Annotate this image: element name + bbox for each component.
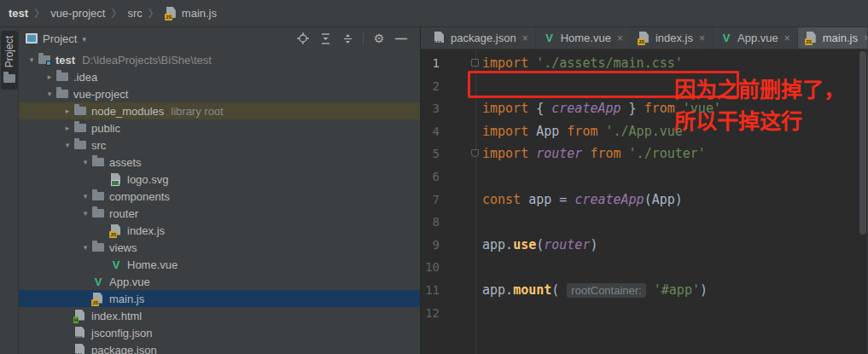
line-number[interactable]: 4 xyxy=(421,120,440,143)
tree-row-vue-project[interactable]: ▾vue-project xyxy=(19,85,420,102)
line-number[interactable]: 2 xyxy=(421,75,440,98)
code-line-8[interactable]: 8 xyxy=(421,211,867,234)
tree-label: App.vue xyxy=(109,276,150,288)
code-token: from xyxy=(590,146,620,161)
tree-row-logo.svg[interactable]: logo.svg xyxy=(19,171,420,188)
code-line-9[interactable]: 9app.use(router) xyxy=(421,234,867,257)
breadcrumb-item-main.js[interactable]: JSmain.js xyxy=(165,7,217,20)
tab-App.vue[interactable]: VApp.vue× xyxy=(713,27,798,49)
code-line-7[interactable]: 7const app = createApp(App) xyxy=(421,189,867,212)
tree-row-test[interactable]: ▾testD:\IdeaProjects\BiShe\test xyxy=(19,51,420,68)
close-icon[interactable]: × xyxy=(864,32,867,44)
tree-row-index.js[interactable]: JSindex.js xyxy=(19,222,420,239)
folder-icon xyxy=(73,122,87,135)
tree-row-router[interactable]: ▾router xyxy=(19,205,420,222)
settings-icon[interactable]: ⚙ xyxy=(372,32,386,45)
code-token: mount xyxy=(513,282,551,298)
tab-index.js[interactable]: JSindex.js× xyxy=(631,27,713,49)
project-stripe-button[interactable]: Project xyxy=(1,31,18,90)
expand-all-icon[interactable] xyxy=(318,32,332,45)
editor-scrollbar[interactable] xyxy=(859,51,866,235)
chevron-expanded-icon[interactable]: ▾ xyxy=(79,192,91,200)
vue-icon: V xyxy=(719,32,733,44)
code-line-2[interactable]: 2 xyxy=(421,75,867,98)
code-line-5[interactable]: 5import router from './router' xyxy=(421,142,867,165)
tree-row-public[interactable]: ▸public xyxy=(19,119,420,136)
chevron-expanded-icon[interactable]: ▾ xyxy=(44,90,55,98)
tree-row-components[interactable]: ▾components xyxy=(19,188,420,205)
collapse-all-icon[interactable] xyxy=(341,32,354,45)
line-number[interactable]: 5 xyxy=(421,142,440,165)
code-line-3[interactable]: 3import { createApp } from 'vue' xyxy=(421,97,867,120)
fold-end-icon[interactable] xyxy=(471,149,479,157)
tree-row-.idea[interactable]: ▸.idea xyxy=(19,68,420,85)
locate-icon[interactable] xyxy=(296,32,310,45)
code-token xyxy=(646,282,654,298)
tab-label: Home.vue xyxy=(561,32,611,44)
tree-row-src[interactable]: ▾src xyxy=(19,136,420,154)
js-icon: JS xyxy=(805,32,818,44)
chevron-expanded-icon[interactable]: ▾ xyxy=(61,141,73,149)
chevron-expanded-icon[interactable]: ▾ xyxy=(79,209,91,218)
tab-Home.vue[interactable]: VHome.vue× xyxy=(536,27,631,49)
code-token: router xyxy=(544,237,590,252)
breadcrumb-item-vue-project[interactable]: vue-project xyxy=(50,7,105,20)
close-icon[interactable]: × xyxy=(699,32,705,44)
tree-label: components xyxy=(109,190,170,203)
js-icon: JS xyxy=(91,293,105,305)
chevron-collapsed-icon[interactable]: ▸ xyxy=(44,73,55,81)
line-number[interactable]: 10 xyxy=(421,256,440,279)
project-panel-title[interactable]: Project xyxy=(43,32,77,45)
svg-icon xyxy=(109,173,123,186)
tree-row-assets[interactable]: ▾assets xyxy=(19,154,420,171)
line-number[interactable]: 12 xyxy=(421,302,440,325)
code-line-6[interactable]: 6 xyxy=(421,165,867,189)
breadcrumb-item-test[interactable]: test xyxy=(9,7,28,20)
tree-row-jsconfig.json[interactable]: jsconfig.json xyxy=(19,324,420,341)
line-number[interactable]: 6 xyxy=(421,165,440,189)
code-token: (App) xyxy=(644,192,683,207)
chevron-expanded-icon[interactable]: ▾ xyxy=(79,243,91,252)
code-line-10[interactable]: 10 xyxy=(421,256,867,279)
ide-window: test〉vue-project〉src〉JSmain.js Project P… xyxy=(0,0,868,354)
chevron-expanded-icon[interactable]: ▾ xyxy=(26,55,38,64)
hide-icon[interactable]: — xyxy=(394,32,408,45)
fold-open-icon[interactable] xyxy=(471,59,479,67)
toolbar-separator xyxy=(363,32,364,45)
breadcrumb-item-src[interactable]: src xyxy=(127,7,142,20)
close-icon[interactable]: × xyxy=(617,32,623,44)
line-number[interactable]: 9 xyxy=(421,234,440,257)
chevron-collapsed-icon[interactable]: ▸ xyxy=(61,124,73,132)
close-icon[interactable]: × xyxy=(522,32,528,44)
code-line-4[interactable]: 4import App from './App.vue' xyxy=(421,120,867,143)
tab-package.json[interactable]: package.json× xyxy=(426,27,536,49)
tree-row-index.html[interactable]: Hindex.html xyxy=(19,307,420,324)
tree-row-Home.vue[interactable]: VHome.vue xyxy=(19,256,420,273)
tree-row-package.json[interactable]: package.json xyxy=(19,341,420,354)
line-number[interactable]: 7 xyxy=(421,189,440,212)
tree-label: public xyxy=(91,122,120,135)
close-icon[interactable]: × xyxy=(784,32,790,44)
line-number[interactable]: 8 xyxy=(421,211,440,234)
tree-suffix: library root xyxy=(171,105,223,118)
folder-icon xyxy=(3,72,16,85)
chevron-down-icon[interactable]: ▾ xyxy=(82,35,86,44)
tree-row-views[interactable]: ▾views xyxy=(19,239,420,256)
code-line-1[interactable]: 1import './assets/main.css' xyxy=(421,52,867,75)
chevron-collapsed-icon[interactable]: ▸ xyxy=(61,107,73,115)
tab-label: App.vue xyxy=(737,32,778,44)
code-token xyxy=(528,55,536,71)
tree-label: views xyxy=(109,241,137,254)
chevron-expanded-icon[interactable]: ▾ xyxy=(79,158,91,166)
tree-row-main.js[interactable]: JSmain.js xyxy=(19,290,420,307)
tree-row-App.vue[interactable]: VApp.vue xyxy=(19,273,420,290)
editor-body[interactable]: 1import './assets/main.css'23import { cr… xyxy=(421,49,867,354)
code-line-11[interactable]: 11app.mount( rootContainer: '#app') xyxy=(421,279,867,302)
line-number[interactable]: 3 xyxy=(421,97,440,120)
breadcrumb-separator-icon: 〉 xyxy=(34,6,44,20)
code-line-12[interactable]: 12 xyxy=(421,302,867,325)
line-number[interactable]: 1 xyxy=(421,52,440,75)
tree-row-node_modules[interactable]: ▸node_moduleslibrary root xyxy=(19,102,420,119)
line-number[interactable]: 11 xyxy=(421,279,440,302)
tab-main.js[interactable]: JSmain.js× xyxy=(798,27,867,49)
